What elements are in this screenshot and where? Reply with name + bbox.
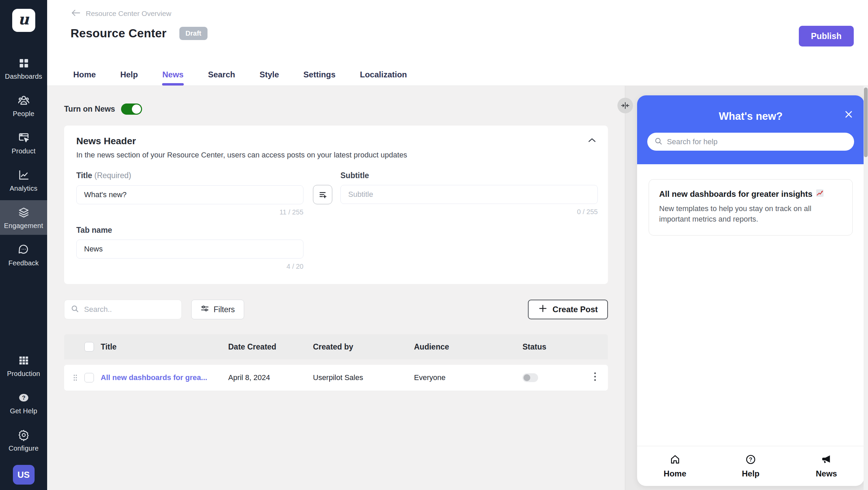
column-header-status: Status	[522, 342, 587, 352]
plus-icon	[538, 304, 548, 315]
column-header-created-by: Created by	[313, 342, 414, 352]
sidebar-item-analytics[interactable]: Analytics	[0, 163, 47, 197]
preview-area: What's new?	[625, 86, 868, 490]
cell-created-by: Userpilot Sales	[313, 373, 414, 382]
sidebar-item-label: Feedback	[8, 259, 39, 267]
title-input[interactable]	[76, 185, 303, 204]
widget-nav-news[interactable]: News	[789, 446, 864, 486]
widget-nav-label: News	[816, 469, 837, 478]
logo-letter: u	[18, 12, 29, 29]
posts-toolbar: Filters Create Post	[64, 300, 608, 319]
tab-name-field-block: Tab name 4 / 20	[76, 226, 596, 270]
sidebar-item-product[interactable]: Product	[0, 126, 47, 160]
posts-search-input[interactable]	[84, 305, 175, 314]
column-header-audience: Audience	[414, 342, 522, 352]
subtitle-char-count: 0 / 255	[340, 208, 598, 216]
filters-label: Filters	[214, 305, 235, 314]
tab-home[interactable]: Home	[61, 64, 108, 86]
sidebar-item-production[interactable]: Production	[0, 348, 47, 383]
card-description: In the news section of your Resource Cen…	[76, 151, 596, 159]
tab-settings[interactable]: Settings	[291, 64, 348, 86]
widget-nav-label: Home	[664, 469, 686, 478]
toggle-knob	[524, 374, 530, 381]
scrollbar-track	[864, 86, 868, 490]
add-translation-button[interactable]	[313, 185, 332, 204]
widget-nav-help[interactable]: ? Help	[713, 446, 788, 486]
select-all-checkbox[interactable]	[84, 342, 94, 352]
sidebar-item-get-help[interactable]: ? Get Help	[0, 385, 47, 420]
dashboards-icon	[17, 57, 30, 70]
tab-help[interactable]: Help	[108, 64, 150, 86]
main-content: Turn on News News Header In the news sec…	[47, 86, 625, 490]
kebab-menu-icon[interactable]	[591, 370, 599, 385]
sidebar-item-feedback[interactable]: Feedback	[0, 238, 47, 272]
breadcrumb-label: Resource Center Overview	[86, 10, 171, 18]
turn-on-news-toggle[interactable]	[121, 103, 142, 115]
sidebar-item-engagement[interactable]: Engagement	[0, 200, 47, 235]
subtitle-field-label: Subtitle	[340, 171, 369, 180]
widget-search-input[interactable]	[667, 137, 847, 146]
collapse-panel-button[interactable]	[617, 98, 633, 113]
sidebar-item-people[interactable]: People	[0, 88, 47, 123]
sidebar-item-label: People	[13, 110, 34, 118]
tab-localization[interactable]: Localization	[348, 64, 419, 86]
tab-name-char-count: 4 / 20	[76, 263, 303, 270]
page-header: Resource Center Overview Resource Center…	[47, 0, 868, 86]
news-post-card[interactable]: All new dashboards for greater insights …	[649, 179, 853, 235]
sidebar-item-label: Engagement	[4, 222, 43, 230]
publish-button[interactable]: Publish	[799, 26, 854, 46]
widget-nav-label: Help	[742, 469, 760, 478]
sidebar-item-configure[interactable]: Configure	[0, 423, 47, 457]
sidebar-item-label: Get Help	[10, 407, 37, 415]
subtitle-input[interactable]	[340, 185, 598, 204]
home-icon	[670, 454, 680, 466]
tab-name-input[interactable]	[76, 240, 303, 259]
sidebar-item-label: Configure	[8, 445, 39, 452]
filters-button[interactable]: Filters	[191, 300, 244, 319]
back-arrow-icon[interactable]	[71, 9, 81, 18]
drag-handle-icon[interactable]	[73, 374, 84, 382]
row-checkbox[interactable]	[84, 373, 94, 382]
create-post-label: Create Post	[553, 305, 598, 314]
sidebar-item-label: Product	[12, 147, 35, 155]
widget-nav-home[interactable]: Home	[637, 446, 713, 486]
scrollbar-thumb[interactable]	[864, 88, 868, 157]
chart-increasing-emoji	[816, 189, 824, 199]
column-header-title: Title	[101, 342, 228, 352]
tab-style[interactable]: Style	[247, 64, 291, 86]
breadcrumb[interactable]: Resource Center Overview	[71, 0, 171, 18]
svg-text:?: ?	[22, 395, 25, 401]
card-title: News Header	[76, 136, 596, 147]
table-header-row: Title Date Created Created by Audience S…	[64, 334, 608, 359]
widget-search-box	[647, 133, 854, 151]
page-title: Resource Center	[71, 26, 166, 40]
help-icon: ?	[745, 454, 756, 466]
title-field-label: Title	[76, 171, 92, 180]
search-icon	[71, 304, 79, 315]
widget-bottom-nav: Home ? Help News	[637, 446, 864, 486]
filters-icon	[200, 304, 209, 315]
close-icon[interactable]	[844, 110, 853, 120]
create-post-button[interactable]: Create Post	[528, 300, 608, 319]
post-status-toggle[interactable]	[522, 373, 538, 382]
product-icon	[17, 131, 30, 144]
sidebar-item-dashboards[interactable]: Dashboards	[0, 51, 47, 86]
analytics-icon	[17, 169, 30, 182]
cell-audience: Everyone	[414, 373, 522, 382]
tab-name-field-label: Tab name	[76, 226, 112, 234]
post-title-link[interactable]: All new dashboards for grea...	[101, 373, 228, 382]
tab-news[interactable]: News	[150, 64, 196, 86]
turn-on-news-label: Turn on News	[64, 105, 115, 114]
status-badge: Draft	[179, 27, 208, 40]
widget-header: What's new?	[637, 95, 864, 164]
chevron-up-icon[interactable]	[588, 137, 596, 145]
people-icon	[17, 94, 30, 107]
news-header-card: News Header In the news section of your …	[64, 126, 608, 284]
megaphone-icon	[821, 454, 832, 466]
cell-date-created: April 8, 2024	[228, 373, 313, 382]
tab-search[interactable]: Search	[196, 64, 247, 86]
subtitle-field-block: Subtitle 0 / 255	[340, 171, 598, 216]
user-avatar[interactable]: US	[13, 465, 35, 485]
userpilot-logo[interactable]: u	[12, 9, 35, 32]
production-grid-icon	[17, 354, 30, 367]
